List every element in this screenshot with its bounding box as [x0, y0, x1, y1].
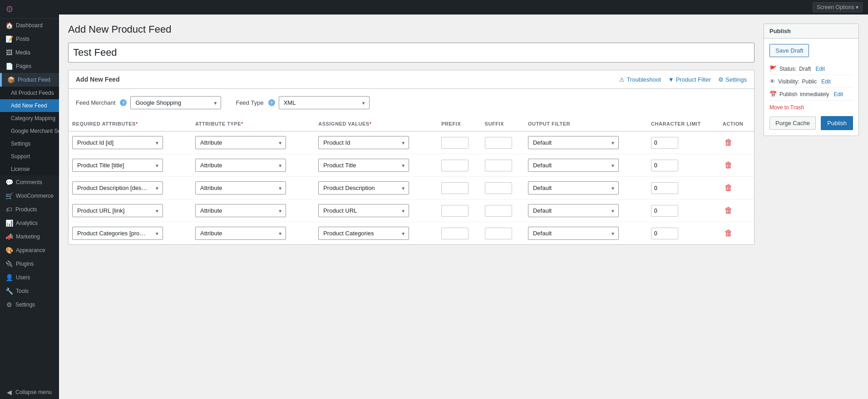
char-limit-cell-4: [647, 222, 719, 245]
troubleshoot-button[interactable]: ⚠ Troubleshoot: [619, 76, 661, 83]
sidebar-item-tools[interactable]: 🔧 Tools: [0, 284, 59, 298]
feed-type-help-icon[interactable]: ?: [268, 99, 275, 106]
sidebar-item-marketing[interactable]: 📣 Marketing: [0, 230, 59, 243]
sidebar-item-products[interactable]: 🏷 Products: [0, 203, 59, 216]
char-limit-input-4[interactable]: [651, 228, 678, 239]
publish-edit-link[interactable]: Edit: [833, 91, 843, 97]
sidebar-item-label: Plugins: [16, 261, 34, 267]
attr-type-cell-0: Attribute ▼: [192, 131, 315, 154]
prefix-input-2[interactable]: [441, 182, 469, 194]
output-filter-select-3[interactable]: Default: [528, 204, 619, 217]
prefix-input-3[interactable]: [441, 205, 469, 217]
sidebar-item-license[interactable]: License: [0, 163, 59, 175]
col-suffix: SUFFIX: [481, 117, 524, 131]
screen-options-button[interactable]: Screen Options ▾: [813, 2, 863, 12]
sidebar-item-support[interactable]: Support: [0, 150, 59, 163]
char-limit-input-3[interactable]: [651, 205, 678, 217]
assigned-val-select-1[interactable]: Product Title: [318, 159, 409, 172]
sidebar-item-product-feed[interactable]: 📦 Product Feed: [0, 73, 59, 87]
visibility-label: Visibility:: [778, 78, 799, 85]
settings-button[interactable]: ⚙ Settings: [718, 76, 747, 83]
move-to-trash-link[interactable]: Move to Trash: [769, 104, 853, 111]
feed-merchant-help-icon[interactable]: ?: [120, 99, 127, 106]
sidebar-item-comments[interactable]: 💬 Comments: [0, 175, 59, 189]
output-filter-select-1[interactable]: Default: [528, 159, 619, 172]
feed-type-select[interactable]: XML CSV TSV TXT: [279, 96, 370, 109]
sidebar-item-label: Marketing: [16, 234, 40, 240]
required-attr-select-wrap-3: Product URL [link] ▼: [72, 204, 163, 217]
sidebar-item-posts[interactable]: 📝 Posts: [0, 32, 59, 46]
sidebar-item-settings[interactable]: ⚙ Settings: [0, 298, 59, 311]
required-attr-select-0[interactable]: Product Id [id]: [72, 136, 163, 149]
sidebar-submenu: All Product Feeds Add New Feed Category …: [0, 87, 59, 175]
char-limit-input-2[interactable]: [651, 182, 678, 194]
prefix-input-0[interactable]: [441, 137, 469, 149]
col-assigned-values: ASSIGNED VALUES*: [315, 117, 438, 131]
col-output-filter: OUTPUT FILTER: [524, 117, 647, 131]
settings-label: Settings: [725, 76, 747, 83]
suffix-input-0[interactable]: [485, 137, 512, 149]
prefix-input-4[interactable]: [441, 228, 469, 239]
feed-name-input[interactable]: [68, 43, 755, 63]
publish-button[interactable]: Publish: [821, 116, 853, 130]
sidebar-item-users[interactable]: 👤 Users: [0, 271, 59, 284]
prefix-cell-3: [438, 200, 481, 222]
sidebar-item-woocommerce[interactable]: 🛒 WooCommerce: [0, 189, 59, 203]
suffix-input-4[interactable]: [485, 228, 512, 239]
output-filter-select-0[interactable]: Default: [528, 136, 619, 149]
sidebar-item-label: Appearance: [16, 247, 45, 253]
product-filter-button[interactable]: ▼ Product Filter: [668, 76, 711, 83]
purge-cache-button[interactable]: Purge Cache: [769, 117, 816, 130]
feed-merchant-select-wrap: Google Shopping Facebook Amazon Bing ▼: [130, 96, 221, 109]
status-edit-link[interactable]: Edit: [815, 66, 825, 72]
char-limit-input-1[interactable]: [651, 160, 678, 171]
output-filter-select-4[interactable]: Default: [528, 227, 619, 240]
attr-type-select-1[interactable]: Attribute: [195, 159, 286, 172]
delete-row-button-2[interactable]: 🗑: [723, 182, 735, 194]
delete-row-button-0[interactable]: 🗑: [723, 137, 735, 148]
attr-type-select-4[interactable]: Attribute: [195, 227, 286, 240]
suffix-input-3[interactable]: [485, 205, 512, 217]
save-draft-button[interactable]: Save Draft: [769, 44, 809, 57]
sidebar-item-google-merchant[interactable]: Google Merchant Settings: [0, 125, 59, 137]
sidebar-item-settings-sub[interactable]: Settings: [0, 137, 59, 150]
required-attr-select-3[interactable]: Product URL [link]: [72, 204, 163, 217]
suffix-cell-4: [481, 222, 524, 245]
visibility-edit-link[interactable]: Edit: [821, 78, 831, 85]
assigned-val-select-4[interactable]: Product Categories: [318, 227, 409, 240]
required-attr-select-1[interactable]: Product Title [title]: [72, 159, 163, 172]
sidebar-item-pages[interactable]: 📄 Pages: [0, 59, 59, 73]
table-row: Product Description [des… ▼ Attribute ▼ …: [69, 177, 754, 200]
sidebar-item-collapse[interactable]: ◀ Collapse menu: [0, 385, 59, 399]
delete-row-button-4[interactable]: 🗑: [723, 228, 735, 239]
suffix-input-1[interactable]: [485, 160, 512, 171]
sidebar-item-category-mapping[interactable]: Category Mapping: [0, 112, 59, 125]
char-limit-input-0[interactable]: [651, 137, 678, 149]
delete-row-button-1[interactable]: 🗑: [723, 160, 735, 171]
attr-type-select-2[interactable]: Attribute: [195, 181, 286, 195]
assigned-val-select-0[interactable]: Product Id: [318, 136, 409, 149]
sidebar-item-all-feeds[interactable]: All Product Feeds: [0, 87, 59, 99]
sidebar-item-analytics[interactable]: 📊 Analytics: [0, 216, 59, 230]
suffix-cell-1: [481, 154, 524, 177]
feed-merchant-select[interactable]: Google Shopping Facebook Amazon Bing: [130, 96, 221, 109]
suffix-input-2[interactable]: [485, 182, 512, 194]
attr-type-select-3[interactable]: Attribute: [195, 204, 286, 217]
prefix-input-1[interactable]: [441, 160, 469, 171]
sidebar-right: Publish Save Draft 🚩 Status: Draft Edit …: [764, 24, 859, 390]
sidebar-item-dashboard[interactable]: 🏠 Dashboard: [0, 19, 59, 32]
char-limit-cell-1: [647, 154, 719, 177]
col-prefix: PREFIX: [438, 117, 481, 131]
sidebar-item-add-new-feed[interactable]: Add New Feed: [0, 99, 59, 112]
sidebar-item-appearance[interactable]: 🎨 Appearance: [0, 243, 59, 257]
output-filter-select-2[interactable]: Default: [528, 181, 619, 195]
sidebar-item-plugins[interactable]: 🔌 Plugins: [0, 257, 59, 271]
required-attr-select-4[interactable]: Product Categories [pro…: [72, 227, 163, 240]
attr-type-select-0[interactable]: Attribute: [195, 136, 286, 149]
delete-row-button-3[interactable]: 🗑: [723, 205, 735, 216]
sidebar-sub-label: License: [11, 166, 30, 172]
assigned-val-select-3[interactable]: Product URL: [318, 204, 409, 217]
required-attr-select-2[interactable]: Product Description [des…: [72, 181, 163, 195]
sidebar-item-media[interactable]: 🖼 Media: [0, 46, 59, 59]
assigned-val-select-2[interactable]: Product Description: [318, 181, 409, 195]
